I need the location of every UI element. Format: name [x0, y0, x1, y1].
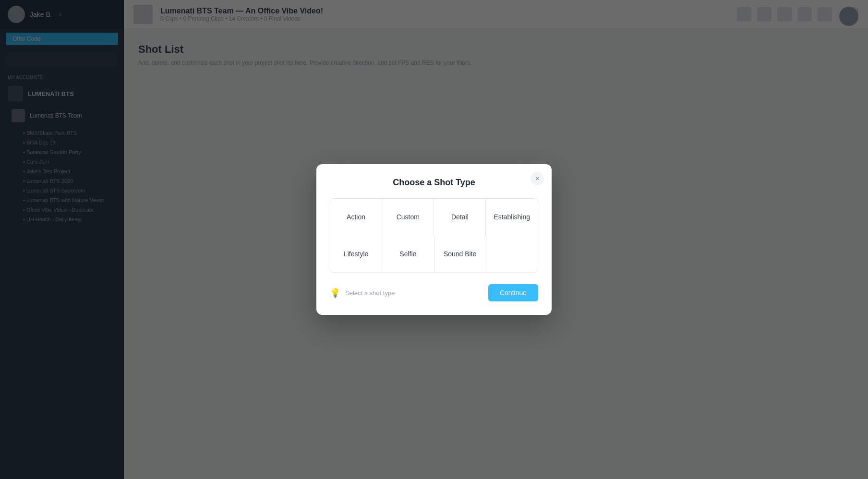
shot-type-grid: Action Custom Detail Establishing Lifest…: [330, 198, 538, 273]
modal-title: Choose a Shot Type: [330, 178, 538, 188]
shot-option-empty: [486, 236, 538, 272]
shot-row-2: Lifestyle Selfie Sound Bite: [330, 236, 538, 272]
hint-text: Select a shot type: [345, 289, 395, 297]
continue-button[interactable]: Continue: [488, 284, 538, 301]
shot-row-1: Action Custom Detail Establishing: [330, 199, 538, 235]
shot-option-detail[interactable]: Detail: [434, 199, 485, 235]
close-icon: ×: [535, 175, 539, 182]
modal-close-button[interactable]: ×: [530, 172, 544, 185]
shot-option-sound-bite[interactable]: Sound Bite: [434, 236, 486, 272]
shot-option-lifestyle[interactable]: Lifestyle: [330, 236, 382, 272]
modal-footer: 💡 Select a shot type Continue: [330, 284, 538, 301]
shot-option-action[interactable]: Action: [330, 199, 382, 235]
shot-option-selfie[interactable]: Selfie: [382, 236, 434, 272]
modal-overlay: × Choose a Shot Type Action Custom Detai…: [0, 0, 868, 479]
bulb-icon: 💡: [330, 287, 340, 298]
choose-shot-type-modal: × Choose a Shot Type Action Custom Detai…: [316, 164, 552, 315]
shot-option-establishing[interactable]: Establishing: [486, 199, 538, 235]
shot-option-custom[interactable]: Custom: [382, 199, 434, 235]
hint-area: 💡 Select a shot type: [330, 287, 395, 298]
